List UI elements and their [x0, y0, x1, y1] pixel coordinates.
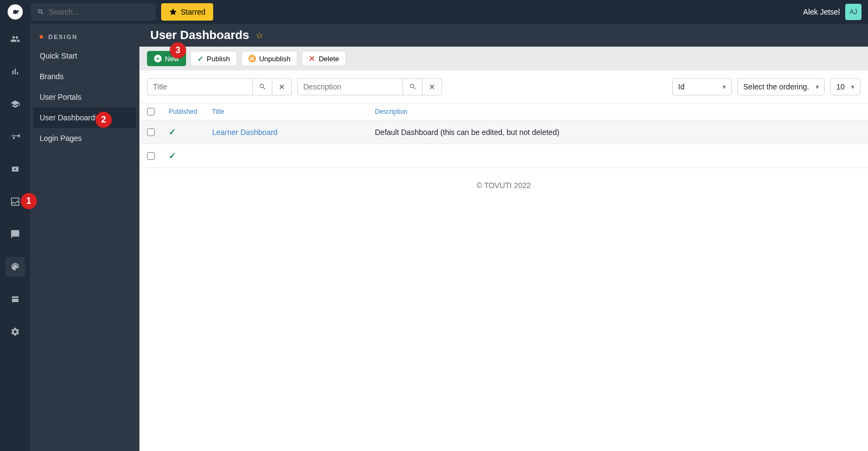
clear-icon: ✕	[279, 83, 285, 91]
row-description: Default Dashboard (this can be edited, b…	[375, 128, 559, 137]
warn-icon: ✕	[248, 55, 256, 62]
publish-button-label: Publish	[207, 55, 230, 63]
annotation-bubble-3: 3	[170, 42, 186, 59]
topbar: Starred Alek Jetsel AJ	[0, 0, 868, 24]
description-clear-button[interactable]: ✕	[423, 78, 442, 95]
sub-sidebar: DESIGN Quick Start Brands User Portals U…	[30, 24, 139, 451]
unpublish-button-label: Unpublish	[259, 55, 291, 63]
rail-education-icon[interactable]	[5, 94, 25, 114]
published-icon[interactable]: ✓	[169, 127, 176, 137]
sort-field-select[interactable]: Id ▼	[672, 78, 732, 95]
sidebar-item-brands[interactable]: Brands	[30, 66, 139, 87]
rail-design-icon[interactable]	[5, 257, 25, 276]
chevron-down-icon: ▼	[722, 84, 727, 90]
main-content: User Dashboards ☆ + New ✓ Publish ✕ Unpu…	[139, 24, 868, 451]
sidebar-section-label: DESIGN	[48, 34, 78, 40]
header-title[interactable]: Title	[212, 108, 375, 115]
published-icon[interactable]: ✓	[169, 151, 176, 160]
row-title-link[interactable]: Learner Dashboard	[212, 128, 278, 137]
description-search-button[interactable]	[403, 78, 423, 95]
avatar: AJ	[845, 4, 861, 20]
search-input[interactable]	[49, 8, 149, 16]
table-header: Published Title Description	[139, 104, 868, 120]
page-title: User Dashboards	[150, 28, 249, 42]
annotation-bubble-1: 1	[21, 193, 37, 209]
sidebar-item-user-dashboards[interactable]: User Dashboards	[33, 107, 136, 128]
rail-settings-icon[interactable]	[5, 322, 25, 342]
action-toolbar: + New ✓ Publish ✕ Unpublish ✕ Delete	[139, 47, 868, 70]
elephant-icon	[10, 7, 20, 17]
footer-copyright: © TOVUTI 2022	[139, 168, 868, 203]
table-row: ✓	[139, 144, 868, 168]
rail-video-icon[interactable]	[5, 159, 25, 179]
row-checkbox[interactable]	[147, 128, 155, 136]
unpublish-button[interactable]: ✕ Unpublish	[241, 51, 298, 66]
select-all-checkbox[interactable]	[147, 108, 155, 115]
delete-button[interactable]: ✕ Delete	[302, 51, 346, 66]
nav-rail	[0, 24, 30, 451]
rail-users-icon[interactable]	[5, 29, 25, 49]
search-icon	[409, 83, 417, 91]
description-filter-input[interactable]	[297, 78, 403, 95]
page-size-value: 10	[836, 82, 845, 91]
starred-label: Starred	[181, 8, 206, 16]
x-icon: ✕	[309, 54, 315, 63]
title-search-button[interactable]	[253, 78, 272, 95]
chevron-down-icon: ▼	[850, 84, 856, 90]
rail-chat-icon[interactable]	[5, 224, 25, 244]
page-header: User Dashboards ☆	[139, 24, 868, 47]
sidebar-item-quick-start[interactable]: Quick Start	[30, 46, 139, 66]
sidebar-item-login-pages[interactable]: Login Pages	[30, 128, 139, 149]
app-logo[interactable]	[0, 0, 30, 24]
sidebar-section-header: DESIGN	[30, 24, 139, 46]
plus-icon: +	[154, 55, 162, 62]
search-icon	[37, 8, 44, 16]
page-size-select[interactable]: 10 ▼	[830, 78, 860, 95]
rail-megaphone-icon[interactable]	[5, 127, 25, 146]
sidebar-item-user-portals[interactable]: User Portals	[30, 87, 139, 107]
starred-button[interactable]: Starred	[161, 3, 213, 21]
filter-bar: ✕ ✕ Id ▼ Select the ordering. ▼ 10 ▼	[139, 70, 868, 104]
rail-card-icon[interactable]	[5, 289, 25, 309]
rail-chart-icon[interactable]	[5, 62, 25, 81]
data-table: Published Title Description ✓ Learner Da…	[139, 104, 868, 168]
delete-button-label: Delete	[318, 55, 339, 63]
title-clear-button[interactable]: ✕	[272, 78, 292, 95]
favorite-star-icon[interactable]: ☆	[256, 30, 263, 41]
annotation-bubble-2: 2	[95, 112, 112, 128]
search-box[interactable]	[31, 3, 156, 21]
sort-field-value: Id	[678, 82, 685, 91]
title-filter-input[interactable]	[147, 78, 253, 95]
clear-icon: ✕	[429, 83, 435, 91]
check-icon: ✓	[197, 55, 203, 63]
header-description[interactable]: Description	[375, 108, 860, 115]
row-checkbox[interactable]	[147, 152, 155, 160]
table-row: ✓ Learner Dashboard Default Dashboard (t…	[139, 120, 868, 144]
user-name: Alek Jetsel	[803, 8, 840, 16]
user-menu[interactable]: Alek Jetsel AJ	[803, 4, 861, 20]
chevron-down-icon: ▼	[815, 84, 820, 90]
search-icon	[259, 83, 266, 91]
sort-order-value: Select the ordering.	[743, 82, 809, 91]
sort-order-select[interactable]: Select the ordering. ▼	[737, 78, 825, 95]
section-dot-icon	[40, 35, 43, 38]
publish-button[interactable]: ✓ Publish	[190, 51, 237, 66]
header-published[interactable]: Published	[169, 108, 212, 115]
star-icon	[169, 8, 177, 16]
